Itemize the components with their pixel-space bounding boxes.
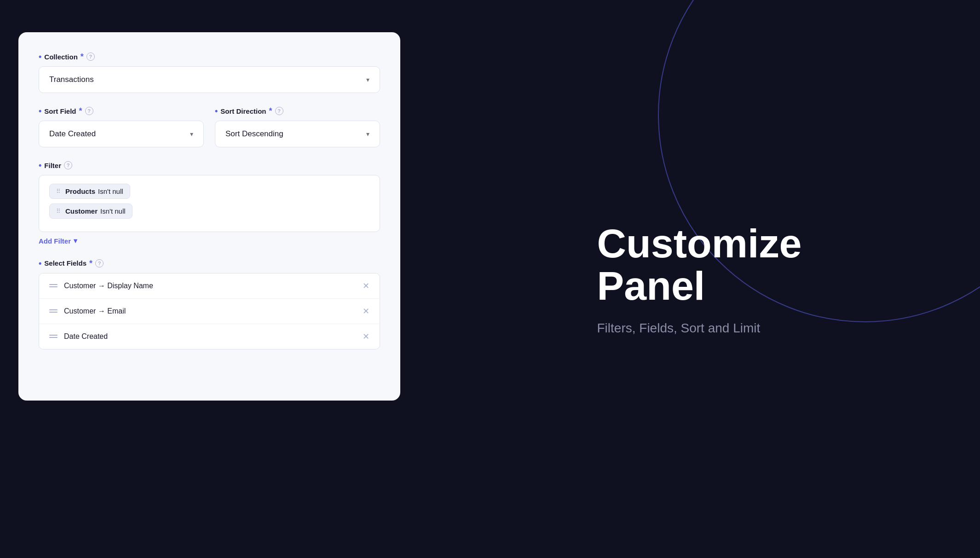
filter-required: •	[39, 161, 41, 169]
collection-value: Transactions	[49, 75, 94, 84]
sf-required2: *	[79, 107, 82, 115]
drag-handle-date[interactable]	[49, 335, 58, 338]
sort-field-group: • Sort Field * ? Date Created ▾	[39, 107, 204, 147]
sf-required: •	[39, 107, 41, 115]
filter-info-icon[interactable]: ?	[64, 161, 72, 169]
drag-line-4	[49, 312, 58, 313]
sort-direction-select[interactable]: Sort Descending ▾	[215, 121, 380, 147]
field-row-date-left: Date Created	[49, 332, 108, 341]
field-row-email-left: Customer → Email	[49, 307, 126, 315]
add-filter-button[interactable]: Add Filter ▾	[39, 237, 77, 245]
field-email-text: Customer → Email	[64, 307, 126, 315]
filter-group: • Filter ? ⠿ Products Isn't null ⠿ Custo…	[39, 161, 380, 245]
collection-required2: *	[81, 52, 84, 61]
drag-line-2	[49, 286, 58, 287]
filter-tag-products-field: Products	[65, 187, 95, 195]
form-card: • Collection * ? Transactions ▾ • Sort F…	[18, 32, 400, 401]
hero-title-line2: Panel	[597, 265, 802, 307]
hero-subtitle: Filters, Fields, Sort and Limit	[597, 321, 802, 336]
sd-required: •	[215, 107, 218, 115]
sort-direction-label: Sort Direction	[220, 107, 266, 115]
sort-direction-value: Sort Descending	[225, 129, 283, 139]
sort-field-select[interactable]: Date Created ▾	[39, 121, 204, 147]
select-fields-group: • Select Fields * ? Customer → Display N…	[39, 259, 380, 349]
collection-chevron-icon: ▾	[366, 76, 369, 83]
sort-dir-label-row: • Sort Direction * ?	[215, 107, 380, 115]
collection-label-row: • Collection * ?	[39, 52, 380, 61]
select-fields-info-icon[interactable]: ?	[95, 259, 104, 267]
field-date-created-text: Date Created	[64, 332, 108, 341]
left-panel: • Collection * ? Transactions ▾ • Sort F…	[0, 0, 419, 558]
field-row-display-name-left: Customer → Display Name	[49, 282, 153, 290]
drag-line-1	[49, 284, 58, 285]
select-fields-label-row: • Select Fields * ?	[39, 259, 380, 267]
sort-dir-chevron-icon: ▾	[366, 130, 369, 138]
right-panel: Customize Panel Filters, Fields, Sort an…	[419, 0, 980, 558]
field-row-date-created: Date Created ✕	[39, 324, 380, 349]
filter-tag-customer-field: Customer	[65, 207, 98, 215]
filter-tag-products-op: Isn't null	[98, 187, 123, 195]
collection-select[interactable]: Transactions ▾	[39, 66, 380, 93]
sort-dir-info-icon[interactable]: ?	[275, 107, 283, 115]
filter-label-row: • Filter ?	[39, 161, 380, 169]
drag-line-5	[49, 335, 58, 336]
add-filter-chevron-icon: ▾	[74, 237, 77, 245]
collection-info-icon[interactable]: ?	[86, 52, 95, 61]
drag-line-3	[49, 309, 58, 310]
select-fields-label: Select Fields	[44, 259, 86, 267]
sort-direction-group: • Sort Direction * ? Sort Descending ▾	[215, 107, 380, 147]
filter-tag-products[interactable]: ⠿ Products Isn't null	[49, 184, 130, 199]
filter-tag-customer[interactable]: ⠿ Customer Isn't null	[49, 203, 133, 219]
filter-box: ⠿ Products Isn't null ⠿ Customer Isn't n…	[39, 175, 380, 232]
field-date-remove-icon[interactable]: ✕	[363, 332, 369, 341]
fields-list: Customer → Display Name ✕ Customer → Ema…	[39, 273, 380, 349]
sort-field-label-row: • Sort Field * ?	[39, 107, 204, 115]
sort-field-label: Sort Field	[44, 107, 76, 115]
filter-label: Filter	[44, 162, 61, 169]
drag-line-6	[49, 337, 58, 338]
field-row-email: Customer → Email ✕	[39, 299, 380, 324]
drag-handle-email[interactable]	[49, 309, 58, 313]
sort-row: • Sort Field * ? Date Created ▾ • Sort D…	[39, 107, 380, 147]
collection-required: •	[39, 52, 41, 61]
hero-title: Customize Panel	[597, 222, 802, 308]
sd-required2: *	[269, 107, 272, 115]
filter-drag-handle-customer: ⠿	[56, 208, 61, 215]
filter-drag-handle-products: ⠿	[56, 188, 61, 195]
field-email-remove-icon[interactable]: ✕	[363, 307, 369, 315]
add-filter-label: Add Filter	[39, 237, 71, 245]
right-content: Customize Panel Filters, Fields, Sort an…	[570, 195, 830, 364]
sf2-required: •	[39, 259, 41, 267]
sort-field-chevron-icon: ▾	[190, 130, 193, 138]
collection-label: Collection	[44, 53, 78, 61]
filter-tags-wrapper: ⠿ Products Isn't null ⠿ Customer Isn't n…	[49, 184, 369, 223]
sort-field-info-icon[interactable]: ?	[85, 107, 93, 115]
filter-tag-customer-op: Isn't null	[100, 207, 126, 215]
sf2-required2: *	[89, 259, 92, 267]
sort-field-value: Date Created	[49, 129, 96, 139]
drag-handle-display-name[interactable]	[49, 284, 58, 287]
field-row-display-name: Customer → Display Name ✕	[39, 273, 380, 299]
collection-group: • Collection * ? Transactions ▾	[39, 52, 380, 93]
field-display-name-remove-icon[interactable]: ✕	[363, 282, 369, 290]
field-display-name-text: Customer → Display Name	[64, 282, 153, 290]
hero-title-line1: Customize	[597, 222, 802, 265]
